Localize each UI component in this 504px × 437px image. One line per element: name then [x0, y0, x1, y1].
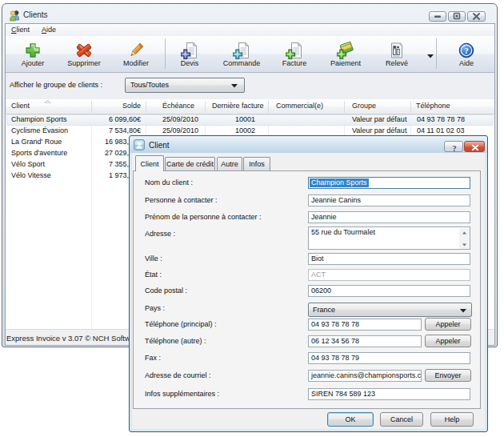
svg-text:?: ? — [453, 144, 457, 153]
svg-text:?: ? — [464, 46, 468, 55]
